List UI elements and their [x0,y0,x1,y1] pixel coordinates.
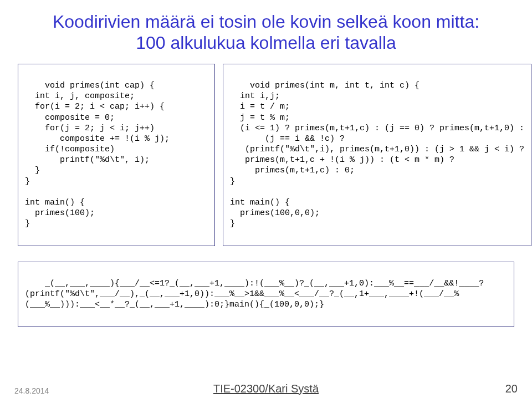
footer-course: TIE-02300/Kari Systä [0,382,532,395]
code-row: void primes(int cap) { int i, j, composi… [0,64,532,246]
code-example-2: void primes(int m, int t, int c) { int i… [223,64,531,246]
code-text-1: void primes(int cap) { int i, j, composi… [25,81,170,228]
code-text-3: _(__,___,____){___/__<=1?_(__,___+1,____… [25,279,484,309]
code-bottom-wrap: _(__,___,____){___/__<=1?_(__,___+1,____… [0,246,532,327]
footer-page: 20 [505,382,518,395]
title-line-1: Koodirivien määrä ei tosin ole kovin sel… [53,12,479,32]
title-line-2: 100 alkulukua kolmella eri tavalla [136,33,396,53]
code-text-2: void primes(int m, int t, int c) { int i… [230,81,524,228]
code-example-3: _(__,___,____){___/__<=1?_(__,___+1,____… [18,262,514,327]
page-title: Koodirivien määrä ei tosin ole kovin sel… [22,11,510,54]
code-example-1: void primes(int cap) { int i, j, composi… [18,64,215,246]
